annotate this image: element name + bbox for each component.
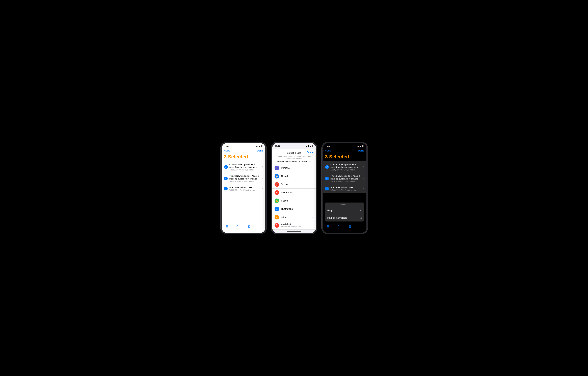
context-menu-header: 3 Reminders bbox=[325, 202, 364, 207]
reminder-subtitle-2: 7/9/20, 9:00 AM, Every 2 weeks bbox=[230, 180, 260, 182]
check-icon-dark-1[interactable] bbox=[325, 165, 329, 169]
reminder-text-3: Prep: Adapt show notes 7/3/20, 11:00 AM,… bbox=[230, 186, 260, 191]
status-time-2: 10:50 bbox=[275, 145, 280, 147]
list-item-illustrations[interactable]: ☰ Illustrations bbox=[272, 205, 316, 213]
cancel-button[interactable]: Cancel bbox=[306, 151, 314, 154]
list-item-macstories[interactable]: ★ MacStories bbox=[272, 188, 316, 197]
back-arrow-icon-3: ‹ bbox=[325, 149, 326, 152]
reminder-subtitle-dark-2: 7/9/20, 9:00 AM, Every 2 weeks bbox=[331, 180, 361, 182]
list-item-church[interactable]: 🏠 Church bbox=[272, 172, 316, 180]
reminder-text-dark-1: Confirm: Adapt published & tweet from bu… bbox=[331, 163, 361, 171]
signal-icon-1 bbox=[256, 145, 258, 147]
flag-icon: ⚑ bbox=[359, 209, 362, 212]
done-button-1[interactable]: Done bbox=[257, 149, 263, 152]
reminder-title-2: Tweet: New episode of Adapt & mark as pu… bbox=[230, 175, 260, 180]
list-icon-adapt: △ bbox=[274, 215, 279, 220]
status-icons-2: ▲ ▓ bbox=[306, 145, 313, 147]
check-icon-dark-3[interactable] bbox=[325, 187, 329, 190]
toolbar-icon-more-1[interactable]: ··· bbox=[259, 224, 261, 228]
battery-icon-2: ▓ bbox=[312, 145, 313, 147]
list-item-fiction[interactable]: ✍ Fiction bbox=[272, 197, 316, 205]
reminder-item-dark-2[interactable]: Tweet: New episode of Adapt & mark as pu… bbox=[323, 173, 367, 184]
list-icon-illustrations: ☰ bbox=[274, 207, 279, 211]
reminder-subtitle-dark-1: 7/9/20, 7:05 AM, Every 2 weeks bbox=[331, 169, 361, 171]
signal-icon-2 bbox=[306, 145, 309, 147]
done-button-3[interactable]: Done bbox=[358, 149, 364, 152]
check-icon-3[interactable] bbox=[224, 187, 228, 190]
back-button-3[interactable]: ‹ Lists bbox=[325, 149, 331, 152]
home-indicator-3 bbox=[323, 229, 367, 233]
reminder-text-dark-2: Tweet: New episode of Adapt & mark as pu… bbox=[331, 175, 361, 182]
phone-1: 10:49 ▲ ▓ ‹ Lists Done 3 Selected Confir… bbox=[220, 142, 266, 234]
status-time-1: 10:49 bbox=[225, 145, 229, 147]
list-name-church: Church bbox=[281, 175, 314, 177]
reminder-title-1: Confirm: Adapt published & tweet from bu… bbox=[230, 163, 260, 169]
list-item-personal[interactable]: 🚶 Personal bbox=[272, 164, 316, 172]
toolbar-icon-trash-3[interactable]: 🗑 bbox=[348, 224, 352, 228]
wifi-icon-1: ▲ bbox=[259, 145, 261, 147]
back-button-1[interactable]: ‹ Lists bbox=[224, 149, 230, 152]
home-bar-3 bbox=[337, 231, 352, 232]
context-menu-flag[interactable]: Flag ⚑ bbox=[325, 207, 364, 214]
list-name-personal: Personal bbox=[281, 167, 314, 169]
list-name-illustrations: Illustrations bbox=[281, 208, 314, 210]
list-item-adapt[interactable]: △ Adapt ✓ bbox=[272, 213, 316, 221]
reminder-title-3: Prep: Adapt show notes bbox=[230, 186, 260, 189]
list-icon-askadapt: ? bbox=[274, 223, 279, 228]
toolbar-icon-folder-1[interactable]: 🗂 bbox=[236, 224, 239, 228]
drag-handle-dark-2: ≡ bbox=[363, 177, 364, 180]
list-icon-macstories: ★ bbox=[274, 190, 279, 195]
check-icon-dark-2[interactable] bbox=[325, 177, 329, 180]
list-item-askadapt[interactable]: ? AskAdapt Shared with Federico Viticci bbox=[272, 221, 316, 230]
check-icon-1[interactable] bbox=[224, 165, 228, 169]
list-name-school: School bbox=[281, 183, 314, 186]
phone-2: 10:50 ▲ ▓ Select a List Cancel Confirm: … bbox=[271, 142, 317, 234]
wifi-icon-2: ▲ bbox=[309, 145, 311, 147]
toolbar-icon-keyboard-3[interactable]: ⊞ bbox=[327, 224, 329, 228]
status-icons-3: ▲ ▓ bbox=[357, 145, 363, 147]
list-item-school[interactable]: 🎒 School bbox=[272, 180, 316, 188]
check-icon-2[interactable] bbox=[224, 177, 228, 180]
reminder-item-3[interactable]: Prep: Adapt show notes 7/3/20, 11:00 AM,… bbox=[222, 184, 265, 193]
context-menu-complete[interactable]: Mark as Completed ◎ bbox=[325, 214, 364, 221]
reminder-title-dark-1: Confirm: Adapt published & tweet from bu… bbox=[331, 163, 361, 169]
notch-1 bbox=[233, 143, 253, 147]
reminder-text-1: Confirm: Adapt published & tweet from bu… bbox=[230, 163, 260, 171]
nav-bar-3: ‹ Lists Done bbox=[323, 148, 367, 153]
toolbar-icon-folder-3[interactable]: 🗂 bbox=[337, 224, 340, 228]
page-title-1: 3 Selected bbox=[222, 153, 265, 161]
list-icon-school: 🎒 bbox=[274, 182, 279, 187]
reminder-item-dark-3[interactable]: Prep: Adapt show notes 7/3/20, 11:00 AM,… bbox=[323, 184, 367, 193]
flag-label: Flag bbox=[327, 209, 332, 212]
reminder-title-dark-2: Tweet: New episode of Adapt & mark as pu… bbox=[331, 175, 361, 180]
reminder-item-2[interactable]: Tweet: New episode of Adapt & mark as pu… bbox=[222, 173, 265, 184]
modal-header: Select a List Cancel Confirm: Adapt publ… bbox=[272, 149, 316, 164]
reminder-item-1[interactable]: Confirm: Adapt published & tweet from bu… bbox=[222, 161, 265, 173]
toolbar-1: ⊞ 🗂 🗑 ··· bbox=[222, 223, 265, 229]
drag-handle-1: ≡ bbox=[262, 166, 263, 168]
toolbar-icon-trash-1[interactable]: 🗑 bbox=[247, 224, 251, 228]
signal-icon-3 bbox=[357, 145, 359, 147]
battery-icon-3: ▓ bbox=[362, 145, 364, 147]
modal-sheet: Select a List Cancel Confirm: Adapt publ… bbox=[272, 149, 316, 230]
back-arrow-icon-1: ‹ bbox=[224, 149, 225, 152]
reminder-list-1: Confirm: Adapt published & tweet from bu… bbox=[222, 161, 265, 208]
notch-3 bbox=[335, 143, 355, 147]
back-label-1: Lists bbox=[225, 149, 230, 152]
reminder-text-2: Tweet: New episode of Adapt & mark as pu… bbox=[230, 175, 260, 182]
reminder-subtitle-3: 7/3/20, 11:00 AM, Every 2 weeks bbox=[230, 189, 260, 191]
home-bar-1 bbox=[236, 231, 251, 232]
wifi-icon-3: ▲ bbox=[360, 145, 362, 147]
toolbar-icon-more-3[interactable]: ··· bbox=[360, 224, 362, 228]
drag-handle-dark-3: ≡ bbox=[363, 187, 364, 190]
drag-handle-dark-1: ≡ bbox=[363, 166, 364, 168]
list-name-adapt: Adapt bbox=[281, 216, 309, 219]
drag-handle-3: ≡ bbox=[262, 187, 263, 190]
reminder-item-dark-1[interactable]: Confirm: Adapt published & tweet from bu… bbox=[323, 161, 367, 173]
list-icon-fiction: ✍ bbox=[274, 199, 279, 203]
list-sub-askadapt: Shared with Federico Viticci bbox=[281, 226, 302, 228]
reminder-title-dark-3: Prep: Adapt show notes bbox=[331, 186, 361, 189]
toolbar-icon-keyboard-1[interactable]: ⊞ bbox=[226, 224, 228, 228]
home-indicator-1 bbox=[222, 229, 265, 233]
drag-handle-2: ≡ bbox=[262, 177, 263, 180]
